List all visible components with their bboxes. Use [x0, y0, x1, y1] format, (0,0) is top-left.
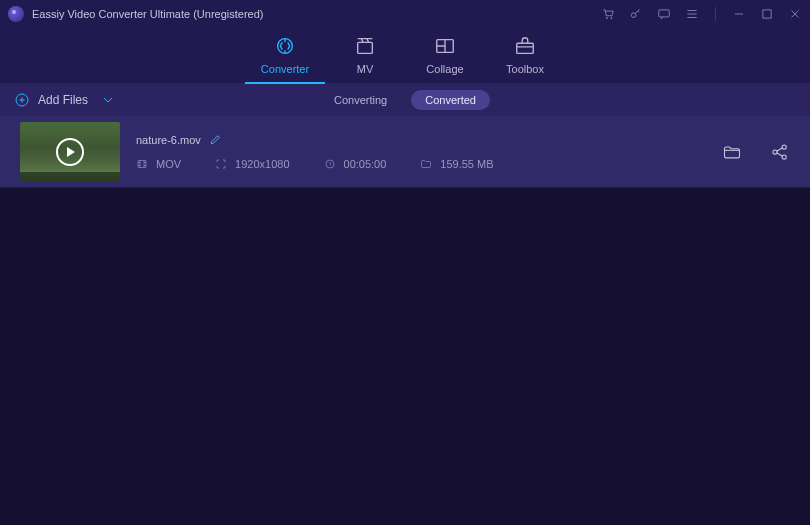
subbar: Add Files Converting Converted — [0, 84, 810, 116]
svg-rect-8 — [517, 43, 534, 53]
toolbox-icon — [514, 35, 536, 57]
meta-resolution: 1920x1080 — [215, 158, 289, 170]
meta-duration: 00:05:00 — [324, 158, 387, 170]
menu-icon[interactable] — [685, 7, 699, 21]
svg-point-12 — [773, 149, 777, 153]
tab-collage-label: Collage — [426, 63, 463, 75]
app-logo — [8, 6, 24, 22]
add-files-button[interactable]: Add Files — [14, 92, 116, 108]
titlebar: Eassiy Video Converter Ultimate (Unregis… — [0, 0, 810, 28]
main-nav: Converter MV Collage Toolbox — [0, 28, 810, 84]
play-icon — [56, 138, 84, 166]
cart-icon[interactable] — [601, 7, 615, 21]
svg-rect-4 — [763, 10, 771, 18]
maximize-icon[interactable] — [760, 7, 774, 21]
subtab-converting[interactable]: Converting — [320, 90, 401, 110]
file-name: nature-6.mov — [136, 134, 201, 146]
svg-rect-3 — [659, 10, 670, 17]
thumbnail[interactable] — [20, 122, 120, 182]
open-folder-button[interactable] — [722, 142, 742, 162]
converter-icon — [274, 35, 296, 57]
folder-icon — [420, 158, 432, 170]
tab-toolbox[interactable]: Toolbox — [485, 35, 565, 83]
separator — [715, 7, 716, 21]
meta-format: MOV — [136, 158, 181, 170]
tab-collage[interactable]: Collage — [405, 35, 485, 83]
tab-mv[interactable]: MV — [325, 35, 405, 83]
chevron-down-icon — [100, 92, 116, 108]
key-icon[interactable] — [629, 7, 643, 21]
clock-icon — [324, 158, 336, 170]
subtab-converted[interactable]: Converted — [411, 90, 490, 110]
tab-converter-label: Converter — [261, 63, 309, 75]
svg-point-1 — [611, 18, 612, 19]
edit-icon[interactable] — [209, 133, 222, 146]
collage-icon — [434, 35, 456, 57]
svg-point-0 — [606, 18, 607, 19]
plus-circle-icon — [14, 92, 30, 108]
resolution-icon — [215, 158, 227, 170]
file-item: nature-6.mov MOV 1920x1080 00:05:00 159.… — [0, 116, 810, 188]
svg-rect-10 — [138, 161, 146, 168]
app-title: Eassiy Video Converter Ultimate (Unregis… — [32, 8, 601, 20]
add-files-label: Add Files — [38, 93, 88, 107]
tab-toolbox-label: Toolbox — [506, 63, 544, 75]
mv-icon — [354, 35, 376, 57]
feedback-icon[interactable] — [657, 7, 671, 21]
tab-converter[interactable]: Converter — [245, 35, 325, 83]
tab-mv-label: MV — [357, 63, 374, 75]
close-icon[interactable] — [788, 7, 802, 21]
film-icon — [136, 158, 148, 170]
svg-point-14 — [782, 154, 786, 158]
minimize-icon[interactable] — [732, 7, 746, 21]
share-button[interactable] — [770, 142, 790, 162]
svg-rect-6 — [358, 42, 373, 53]
svg-point-13 — [782, 144, 786, 148]
meta-size: 159.55 MB — [420, 158, 493, 170]
svg-point-2 — [631, 13, 636, 18]
